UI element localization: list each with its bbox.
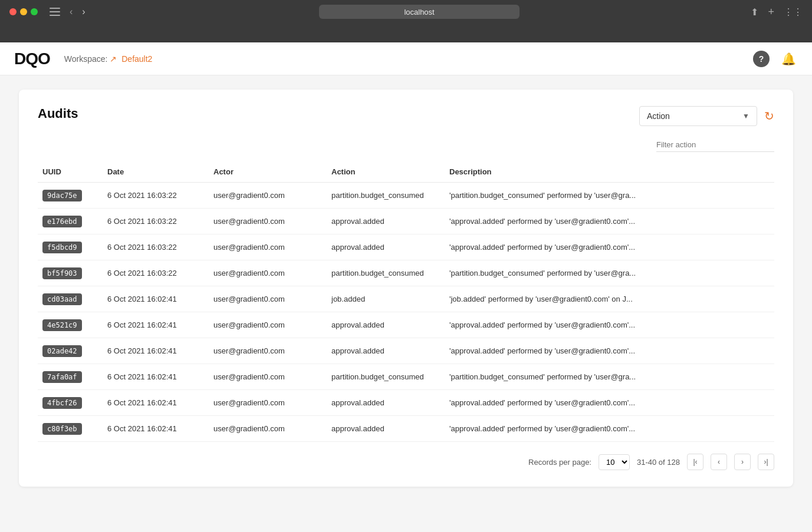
col-header-description: Description	[445, 161, 774, 183]
new-tab-icon[interactable]: +	[768, 6, 774, 18]
cell-description: 'approval.added' performed by 'user@grad…	[445, 234, 774, 260]
uuid-badge: e176ebd	[42, 216, 82, 227]
bell-icon: 🔔	[781, 52, 796, 66]
cell-date: 6 Oct 2021 16:02:41	[103, 416, 209, 442]
table-row: 4e521c9 6 Oct 2021 16:02:41 user@gradien…	[38, 312, 774, 338]
nav-arrows: ‹ ›	[67, 5, 88, 18]
col-header-date: Date	[103, 161, 209, 183]
cell-description: 'job.added' performed by 'user@gradient0…	[445, 286, 774, 312]
uuid-badge: 02ade42	[42, 345, 82, 357]
audits-header: Audits Action ▼ ↻	[38, 106, 774, 126]
traffic-lights	[9, 8, 38, 15]
uuid-badge: 4fbcf26	[42, 397, 82, 409]
cell-description: 'partition.budget_consumed' performed by…	[445, 183, 774, 209]
cell-action: approval.added	[327, 416, 445, 442]
table-row: 9dac75e 6 Oct 2021 16:03:22 user@gradien…	[38, 183, 774, 209]
pagination-row: Records per page: 10 25 50 31-40 of 128 …	[38, 454, 774, 470]
maximize-traffic-light[interactable]	[31, 8, 38, 15]
close-traffic-light[interactable]	[9, 8, 17, 15]
uuid-badge: 4e521c9	[42, 319, 82, 331]
nav-right: ? 🔔	[753, 49, 798, 68]
share-icon[interactable]: ⬆	[751, 6, 758, 18]
cell-action: approval.added	[327, 338, 445, 364]
grid-icon[interactable]: ⋮⋮	[784, 6, 803, 18]
cell-uuid: bf5f903	[38, 260, 103, 286]
cell-uuid: e176ebd	[38, 209, 103, 234]
cell-actor: user@gradient0.com	[209, 338, 327, 364]
uuid-badge: c80f3eb	[42, 423, 82, 435]
cell-action: partition.budget_consumed	[327, 260, 445, 286]
notifications-button[interactable]: 🔔	[779, 49, 798, 68]
table-row: c80f3eb 6 Oct 2021 16:02:41 user@gradien…	[38, 416, 774, 442]
uuid-badge: f5dbcd9	[42, 242, 82, 253]
table-row: cd03aad 6 Oct 2021 16:02:41 user@gradien…	[38, 286, 774, 312]
cell-date: 6 Oct 2021 16:02:41	[103, 312, 209, 338]
cell-date: 6 Oct 2021 16:03:22	[103, 234, 209, 260]
cell-uuid: cd03aad	[38, 286, 103, 312]
col-header-actor: Actor	[209, 161, 327, 183]
cell-action: approval.added	[327, 312, 445, 338]
col-header-action: Action	[327, 161, 445, 183]
cell-description: 'approval.added' performed by 'user@grad…	[445, 416, 774, 442]
action-dropdown[interactable]: Action ▼	[639, 106, 757, 126]
page-range: 31-40 of 128	[637, 458, 680, 467]
cell-actor: user@gradient0.com	[209, 209, 327, 234]
refresh-button[interactable]: ↻	[764, 109, 774, 123]
prev-page-button[interactable]: ‹	[711, 454, 727, 470]
app-wrapper: DQO Workspace: ↗ Default2 ? 🔔 Audits Act…	[0, 42, 812, 532]
filter-action-input[interactable]	[656, 138, 774, 152]
cell-description: 'approval.added' performed by 'user@grad…	[445, 209, 774, 234]
audits-table: UUID Date Actor Action Description 9dac7…	[38, 161, 774, 442]
table-body: 9dac75e 6 Oct 2021 16:03:22 user@gradien…	[38, 183, 774, 442]
top-nav: DQO Workspace: ↗ Default2 ? 🔔	[0, 42, 812, 75]
cell-action: job.added	[327, 286, 445, 312]
per-page-select[interactable]: 10 25 50	[599, 454, 630, 470]
cell-uuid: 9dac75e	[38, 183, 103, 209]
browser-chrome: ‹ › localhost ⬆ + ⋮⋮	[0, 0, 812, 42]
cell-date: 6 Oct 2021 16:02:41	[103, 364, 209, 390]
app-logo: DQO	[14, 49, 50, 68]
cell-actor: user@gradient0.com	[209, 390, 327, 416]
filter-row	[38, 138, 774, 152]
workspace-link[interactable]: Default2	[121, 54, 152, 64]
next-page-button[interactable]: ›	[734, 454, 751, 470]
uuid-badge: 9dac75e	[42, 190, 82, 201]
cell-date: 6 Oct 2021 16:02:41	[103, 390, 209, 416]
cell-actor: user@gradient0.com	[209, 183, 327, 209]
cell-action: partition.budget_consumed	[327, 183, 445, 209]
address-bar[interactable]: localhost	[319, 5, 520, 19]
uuid-badge: 7afa0af	[42, 371, 82, 383]
cell-date: 6 Oct 2021 16:02:41	[103, 338, 209, 364]
cell-date: 6 Oct 2021 16:03:22	[103, 260, 209, 286]
chevron-down-icon: ▼	[742, 112, 749, 120]
cell-description: 'partition.budget_consumed' performed by…	[445, 260, 774, 286]
cell-actor: user@gradient0.com	[209, 260, 327, 286]
cell-description: 'approval.added' performed by 'user@grad…	[445, 390, 774, 416]
browser-actions: ⬆ + ⋮⋮	[751, 6, 803, 18]
table-row: 02ade42 6 Oct 2021 16:02:41 user@gradien…	[38, 338, 774, 364]
uuid-badge: bf5f903	[42, 267, 82, 279]
cell-uuid: 4fbcf26	[38, 390, 103, 416]
cell-description: 'partition.budget_consumed' performed by…	[445, 364, 774, 390]
uuid-badge: cd03aad	[42, 293, 82, 305]
page-title: Audits	[38, 106, 78, 121]
help-button[interactable]: ?	[753, 51, 770, 67]
table-row: e176ebd 6 Oct 2021 16:03:22 user@gradien…	[38, 209, 774, 234]
cell-action: approval.added	[327, 234, 445, 260]
audits-card: Audits Action ▼ ↻	[19, 90, 793, 487]
table-row: 7afa0af 6 Oct 2021 16:02:41 user@gradien…	[38, 364, 774, 390]
last-page-button[interactable]: ›|	[758, 454, 774, 470]
refresh-icon: ↻	[764, 110, 774, 123]
back-button[interactable]: ‹	[67, 5, 75, 18]
col-header-uuid: UUID	[38, 161, 103, 183]
first-page-button[interactable]: |‹	[687, 454, 703, 470]
cell-action: approval.added	[327, 209, 445, 234]
main-content: Audits Action ▼ ↻	[0, 75, 812, 532]
forward-button[interactable]: ›	[80, 5, 87, 18]
cell-action: approval.added	[327, 390, 445, 416]
cell-uuid: 02ade42	[38, 338, 103, 364]
sidebar-toggle-icon[interactable]	[50, 8, 60, 16]
minimize-traffic-light[interactable]	[20, 8, 27, 15]
table-header: UUID Date Actor Action Description	[38, 161, 774, 183]
header-controls: Action ▼ ↻	[639, 106, 774, 126]
